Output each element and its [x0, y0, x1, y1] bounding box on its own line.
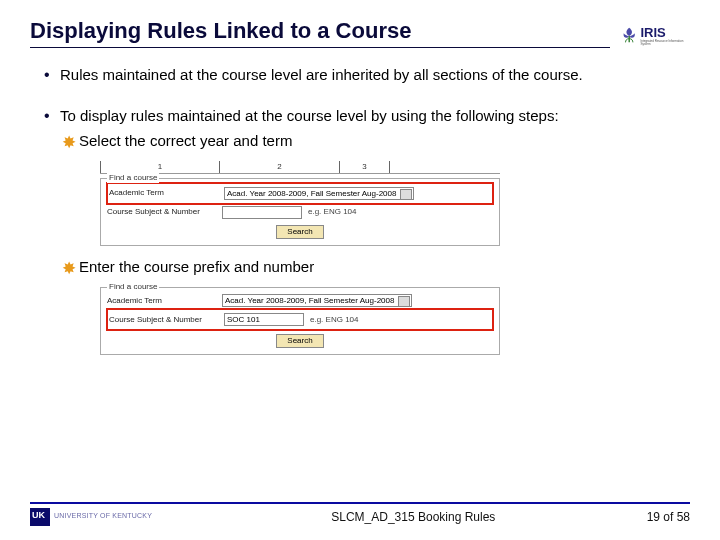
substep-1: Select the correct year and term	[79, 132, 292, 149]
form-screenshot-1: 1 2 3 Find a course Academic Term Acad. …	[100, 161, 500, 246]
page-title: Displaying Rules Linked to a Course	[30, 18, 610, 48]
highlight-term-row: Academic Term Acad. Year 2008-2009, Fall…	[106, 182, 494, 205]
fieldset-legend: Find a course	[107, 282, 159, 292]
iris-logo-subtext: Integrated Resource Information System	[640, 40, 690, 46]
input-hint: e.g. ENG 104	[310, 315, 358, 325]
course-subject-label: Course Subject & Number	[109, 315, 224, 325]
iris-logo-text: IRIS	[640, 25, 690, 40]
tab-1[interactable]: 1	[100, 161, 220, 173]
tab-3[interactable]: 3	[340, 161, 390, 173]
input-hint: e.g. ENG 104	[308, 207, 356, 217]
fieldset-legend: Find a course	[107, 173, 159, 183]
footer-title: SLCM_AD_315 Booking Rules	[180, 510, 647, 524]
iris-flower-icon	[620, 25, 638, 45]
tab-strip: 1 2 3	[100, 161, 500, 174]
bullet-2: To display rules maintained at the cours…	[60, 107, 559, 124]
search-button[interactable]: Search	[276, 225, 323, 239]
substep-2: Enter the course prefix and number	[79, 258, 314, 275]
star-icon: ✸	[62, 132, 76, 153]
academic-term-select[interactable]: Acad. Year 2008-2009, Fall Semester Aug-…	[224, 187, 414, 200]
highlight-subject-row: Course Subject & Number SOC 101 e.g. ENG…	[106, 308, 494, 331]
course-subject-input[interactable]: SOC 101	[224, 313, 304, 326]
bullet-1: Rules maintained at the course level are…	[44, 66, 690, 85]
star-icon: ✸	[62, 258, 76, 279]
page-number: 19 of 58	[647, 510, 690, 524]
iris-logo: IRIS Integrated Resource Information Sys…	[620, 18, 690, 52]
tab-2[interactable]: 2	[220, 161, 340, 173]
course-subject-label: Course Subject & Number	[107, 207, 222, 217]
course-subject-input[interactable]	[222, 206, 302, 219]
academic-term-label: Academic Term	[107, 296, 222, 306]
search-button[interactable]: Search	[276, 334, 323, 348]
uk-logo	[30, 508, 180, 526]
form-screenshot-2: Find a course Academic Term Acad. Year 2…	[100, 287, 500, 355]
academic-term-select[interactable]: Acad. Year 2008-2009, Fall Semester Aug-…	[222, 294, 412, 307]
academic-term-label: Academic Term	[109, 188, 224, 198]
